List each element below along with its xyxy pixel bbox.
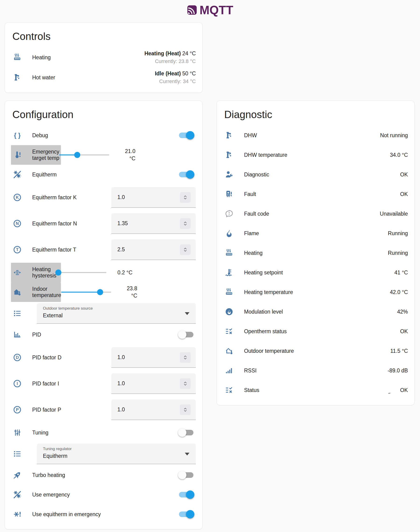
number-stepper[interactable] <box>180 378 191 389</box>
svg-text:P: P <box>16 407 19 412</box>
slider-knob[interactable] <box>97 289 103 295</box>
slider-value-line: °C <box>116 292 137 299</box>
dropdown-caret-icon <box>185 453 189 456</box>
diagnostic-value: OK <box>400 387 408 393</box>
config-label: Turbo heating <box>32 472 65 478</box>
configuration-card: Configuration { }DebugEmergency target t… <box>5 101 203 530</box>
mqtt-logo: MQTT <box>0 0 420 20</box>
diagnostic-label: Heating temperature <box>244 289 293 296</box>
slider-value: 0.2 °C <box>111 269 133 276</box>
diagnostic-row-rssi: RSSI-89.0 dB <box>223 361 408 380</box>
number-stepper[interactable] <box>180 244 191 255</box>
message-alert-icon <box>225 209 234 218</box>
toggle-use-emergency[interactable] <box>179 492 194 498</box>
diagnostic-row-dhw-temperature: DHW temperature34.0 °C <box>223 145 408 165</box>
sun-snowflake-icon <box>13 490 22 499</box>
number-input-pid-factor-i[interactable]: 1.0 <box>111 373 196 394</box>
rocket-icon <box>13 471 22 479</box>
number-value: 1.35 <box>117 220 128 227</box>
list-bulleted-icon <box>13 449 22 458</box>
slider-value-line: °C <box>114 155 135 162</box>
alpha-d-circle-icon: D <box>13 353 22 362</box>
list-status-icon <box>225 327 234 336</box>
control-state[interactable]: Heating (Heat) 24 °CCurrently: 23.8 °C <box>144 50 196 64</box>
slider-indoor-temperature[interactable] <box>61 292 111 293</box>
number-input-pid-factor-p[interactable]: 1.0 <box>111 399 196 420</box>
config-label: PID <box>32 332 41 338</box>
account-wrench-icon <box>225 170 234 179</box>
diagnostic-card-title: Diagnostic <box>224 109 408 120</box>
alpha-n-circle-icon: N <box>13 219 22 228</box>
control-state-target: 24 °C <box>182 50 196 57</box>
slider-area: 21.0°C <box>59 148 135 162</box>
number-stepper[interactable] <box>180 192 191 203</box>
diagnostic-value: 34.0 °C <box>390 152 408 158</box>
number-stepper[interactable] <box>180 352 191 363</box>
hysteresis-icon <box>13 268 22 277</box>
toggle-tuning[interactable] <box>179 430 194 435</box>
config-row-equitherm-factor-n: NEquitherm factor N1.35 <box>11 210 196 236</box>
control-state-current: Currently: 34 °C <box>155 78 196 85</box>
config-row-emergency-target-temp: Emergency target temp21.0°C <box>11 145 61 165</box>
slider-heating-hysteresis[interactable] <box>57 272 106 273</box>
alpha-t-circle-icon: T <box>13 245 22 254</box>
diagnostic-label: Heating <box>244 250 263 256</box>
config-label: PID factor P <box>32 407 61 413</box>
number-input-equitherm-factor-t[interactable]: 2.5 <box>111 239 196 260</box>
toggle-debug[interactable] <box>179 133 194 138</box>
slider-area: 0.2 °C <box>57 269 133 276</box>
config-row-tuning: Tuning <box>11 423 196 443</box>
slider-knob[interactable] <box>55 269 61 276</box>
diagnostic-value: 41 °C <box>394 269 408 276</box>
toggle-turbo-heating[interactable] <box>179 472 194 478</box>
svg-text:T: T <box>16 247 18 252</box>
toggle-thumb <box>186 131 194 140</box>
slider-value: 23.8°C <box>116 285 137 299</box>
toggle-pid[interactable] <box>179 332 194 337</box>
config-label: Tuning <box>32 429 48 436</box>
toggle-use-equitherm-in-emergency[interactable] <box>179 511 194 517</box>
slider-value-line: 23.8 <box>116 285 137 292</box>
slider-emergency-target-temp[interactable] <box>59 154 109 155</box>
diagnostic-label: DHW temperature <box>244 152 287 158</box>
control-state-line: Idle (Heat) 50 °C <box>155 71 196 77</box>
config-row-equitherm-factor-t: TEquitherm factor T2.5 <box>11 236 196 263</box>
diagnostic-row-fault-code: Fault codeUnavailable <box>223 204 408 223</box>
config-label: Use emergency <box>32 492 70 498</box>
number-stepper[interactable] <box>180 404 191 415</box>
slider-value: 21.0°C <box>114 148 135 162</box>
slider-knob[interactable] <box>74 152 80 158</box>
config-row-pid-factor-d: DPID factor D1.0 <box>11 344 196 370</box>
config-label: Equitherm factor T <box>32 247 76 253</box>
config-row-pid: PID <box>11 325 196 344</box>
diagnostic-label: Modulation level <box>244 309 283 315</box>
config-row-turbo-heating: Turbo heating <box>11 465 196 485</box>
fire-icon <box>225 229 234 238</box>
number-input-pid-factor-d[interactable]: 1.0 <box>111 347 196 368</box>
number-value: 1.0 <box>117 406 125 413</box>
diagnostic-row-modulation-level: Modulation level42% <box>223 302 408 322</box>
diagnostic-row-flame: FlameRunning <box>223 223 408 243</box>
slider-fill <box>61 292 100 293</box>
diagnostic-value: 42.0 °C <box>390 289 408 296</box>
config-row-heating-hysteresis: Heating hysteresis0.2 °C <box>11 263 61 282</box>
toggle-thumb <box>178 429 186 437</box>
config-row-tuning-regulator: Tuning regulatorEquitherm <box>11 443 196 465</box>
select-outdoor-temperature-source[interactable]: Outdoor temperature sourceExternal <box>37 303 196 324</box>
number-stepper[interactable] <box>180 218 191 229</box>
control-state[interactable]: Idle (Heat) 50 °CCurrently: 34 °C <box>155 71 196 85</box>
number-input-equitherm-factor-n[interactable]: 1.35 <box>111 213 196 234</box>
radiator-icon <box>13 53 22 62</box>
config-label: Debug <box>32 132 48 139</box>
mqtt-logo-text: MQTT <box>199 3 233 17</box>
number-input-equitherm-factor-k[interactable]: 1.0 <box>111 187 196 208</box>
boiler-alert-icon <box>225 190 234 199</box>
toggle-equitherm[interactable] <box>179 172 194 177</box>
select-tuning-regulator[interactable]: Tuning regulatorEquitherm <box>37 443 196 464</box>
control-state-mode: Heating (Heat) <box>144 50 181 57</box>
controls-card: Controls HeatingHeating (Heat) 24 °CCurr… <box>5 22 203 93</box>
water-tap-icon <box>13 73 22 82</box>
list-status-icon <box>225 386 234 395</box>
number-value: 2.5 <box>117 246 125 253</box>
diagnostic-label: Opentherm status <box>244 328 287 335</box>
